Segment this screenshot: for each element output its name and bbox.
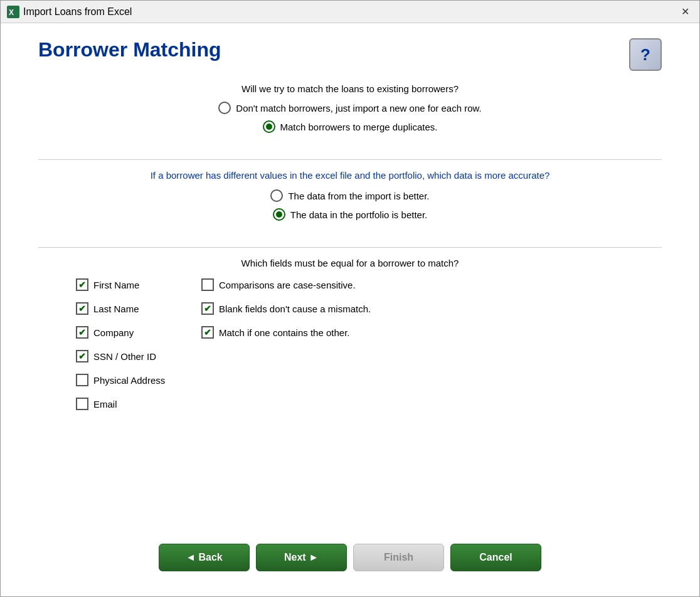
checkbox-email-box: [76, 398, 88, 410]
radio-portfolio-better[interactable]: The data in the portfolio is better.: [273, 208, 427, 221]
checkbox-case-sensitive-box: [201, 278, 214, 291]
checkbox-contains-match[interactable]: Match if one contains the other.: [201, 326, 662, 339]
back-button[interactable]: ◄ Back: [159, 544, 250, 571]
title-bar-text: Import Loans from Excel: [23, 6, 132, 18]
checkbox-last-name[interactable]: Last Name: [76, 302, 189, 315]
excel-icon: X: [7, 6, 19, 18]
checkbox-first-name-label: First Name: [93, 280, 139, 290]
checkbox-ssn[interactable]: SSN / Other ID: [76, 350, 189, 362]
svg-text:X: X: [9, 8, 14, 17]
checkbox-case-sensitive-label: Comparisons are case-sensitive.: [219, 280, 356, 290]
accuracy-radio-group: The data from the import is better. The …: [38, 189, 662, 221]
checkbox-first-name[interactable]: First Name: [76, 278, 189, 291]
radio-no-match-circle: [218, 102, 231, 114]
checkbox-company-label: Company: [93, 327, 134, 338]
radio-no-match[interactable]: Don't match borrowers, just import a new…: [218, 102, 481, 114]
radio-match-label: Match borrowers to merge duplicates.: [280, 122, 438, 132]
title-bar-left: X Import Loans from Excel: [7, 6, 132, 18]
checkbox-blank-no-mismatch-box: [201, 302, 214, 315]
checkbox-company-box: [76, 326, 88, 339]
checkbox-blank-no-mismatch[interactable]: Blank fields don't cause a mismatch.: [201, 302, 662, 315]
checkbox-col-right: Comparisons are case-sensitive. Blank fi…: [189, 278, 662, 410]
main-window: X Import Loans from Excel ✕ Borrower Mat…: [0, 0, 700, 597]
checkbox-contains-match-label: Match if one contains the other.: [219, 327, 349, 338]
checkbox-contains-match-box: [201, 326, 214, 339]
radio-import-better[interactable]: The data from the import is better.: [270, 189, 429, 202]
section-match-borrowers: Will we try to match the loans to existi…: [38, 83, 662, 143]
checkbox-physical-address[interactable]: Physical Address: [76, 374, 189, 386]
divider-2: [38, 247, 662, 248]
checkbox-last-name-label: Last Name: [93, 304, 139, 314]
fields-question: Which fields must be equal for a borrowe…: [38, 258, 662, 268]
close-button[interactable]: ✕: [677, 4, 693, 19]
match-radio-group: Don't match borrowers, just import a new…: [38, 102, 662, 133]
checkbox-last-name-box: [76, 302, 88, 315]
radio-portfolio-better-label: The data in the portfolio is better.: [290, 209, 427, 220]
checkbox-email[interactable]: Email: [76, 398, 189, 410]
divider-1: [38, 159, 662, 160]
checkbox-first-name-box: [76, 278, 88, 291]
cancel-button[interactable]: Cancel: [450, 544, 541, 571]
footer: ◄ Back Next ► Finish Cancel: [38, 531, 662, 584]
help-button[interactable]: ?: [629, 38, 662, 71]
checkbox-email-label: Email: [93, 399, 117, 409]
checkbox-company[interactable]: Company: [76, 326, 189, 339]
main-content: Borrower Matching ? Will we try to match…: [1, 23, 699, 596]
checkbox-ssn-label: SSN / Other ID: [93, 351, 156, 362]
next-button[interactable]: Next ►: [256, 544, 347, 571]
accuracy-info: If a borrower has different values in th…: [38, 170, 662, 181]
radio-no-match-label: Don't match borrowers, just import a new…: [236, 103, 481, 114]
page-title: Borrower Matching: [38, 38, 221, 61]
radio-import-better-circle: [270, 189, 283, 202]
checkbox-col-left: First Name Last Name Company SSN / Other…: [38, 278, 189, 410]
checkbox-grid: First Name Last Name Company SSN / Other…: [38, 278, 662, 410]
checkbox-ssn-box: [76, 350, 88, 362]
title-bar: X Import Loans from Excel ✕: [1, 1, 699, 23]
radio-import-better-label: The data from the import is better.: [288, 191, 429, 201]
match-question: Will we try to match the loans to existi…: [38, 83, 662, 94]
finish-button: Finish: [353, 544, 444, 571]
radio-match[interactable]: Match borrowers to merge duplicates.: [263, 120, 438, 133]
radio-portfolio-better-circle: [273, 208, 285, 221]
section-data-accuracy: If a borrower has different values in th…: [38, 170, 662, 231]
checkbox-blank-no-mismatch-label: Blank fields don't cause a mismatch.: [219, 304, 371, 314]
checkbox-physical-address-box: [76, 374, 88, 386]
section-fields: Which fields must be equal for a borrowe…: [38, 258, 662, 410]
header-row: Borrower Matching ?: [38, 38, 662, 71]
radio-match-circle: [263, 120, 275, 133]
checkbox-physical-address-label: Physical Address: [93, 375, 165, 386]
checkbox-case-sensitive[interactable]: Comparisons are case-sensitive.: [201, 278, 662, 291]
